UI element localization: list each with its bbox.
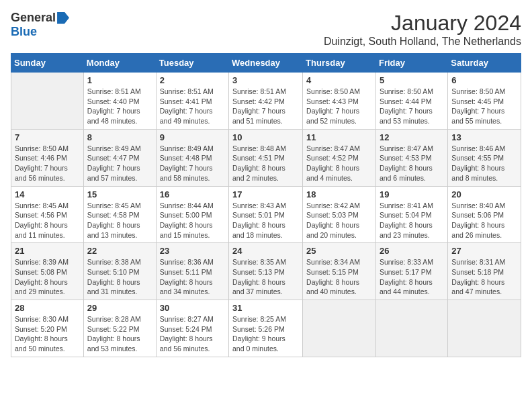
calendar-cell: 16Sunrise: 8:44 AMSunset: 5:00 PMDayligh…: [156, 186, 228, 243]
day-number: 30: [160, 303, 225, 313]
calendar-cell: 27Sunrise: 8:31 AMSunset: 5:18 PMDayligh…: [448, 243, 521, 300]
logo-blue: Blue: [11, 25, 37, 39]
day-number: 13: [451, 132, 517, 142]
day-number: 14: [15, 189, 80, 199]
day-number: 15: [87, 189, 152, 199]
calendar-cell: 20Sunrise: 8:40 AMSunset: 5:06 PMDayligh…: [448, 186, 521, 243]
week-row-5: 28Sunrise: 8:30 AMSunset: 5:20 PMDayligh…: [11, 300, 521, 357]
day-info: Sunrise: 8:49 AMSunset: 4:48 PMDaylight:…: [160, 144, 225, 183]
calendar-cell: 10Sunrise: 8:48 AMSunset: 4:51 PMDayligh…: [229, 129, 303, 186]
calendar-cell: 22Sunrise: 8:38 AMSunset: 5:10 PMDayligh…: [83, 243, 156, 300]
calendar-cell: 17Sunrise: 8:43 AMSunset: 5:01 PMDayligh…: [229, 186, 303, 243]
calendar-cell: 11Sunrise: 8:47 AMSunset: 4:52 PMDayligh…: [303, 129, 376, 186]
day-number: 20: [451, 189, 517, 199]
calendar-cell: 12Sunrise: 8:47 AMSunset: 4:53 PMDayligh…: [375, 129, 447, 186]
day-info: Sunrise: 8:49 AMSunset: 4:47 PMDaylight:…: [87, 144, 152, 183]
calendar-cell: [448, 300, 521, 357]
day-info: Sunrise: 8:40 AMSunset: 5:06 PMDaylight:…: [451, 201, 517, 240]
calendar-cell: 15Sunrise: 8:45 AMSunset: 4:58 PMDayligh…: [83, 186, 156, 243]
day-info: Sunrise: 8:43 AMSunset: 5:01 PMDaylight:…: [232, 201, 299, 240]
day-info: Sunrise: 8:47 AMSunset: 4:53 PMDaylight:…: [380, 144, 444, 183]
calendar-cell: 30Sunrise: 8:27 AMSunset: 5:24 PMDayligh…: [156, 300, 228, 357]
calendar-cell: 23Sunrise: 8:36 AMSunset: 5:11 PMDayligh…: [156, 243, 228, 300]
day-number: 27: [451, 246, 517, 256]
calendar-cell: 25Sunrise: 8:34 AMSunset: 5:15 PMDayligh…: [303, 243, 376, 300]
day-info: Sunrise: 8:48 AMSunset: 4:51 PMDaylight:…: [232, 144, 299, 183]
header: General Blue January 2024 Duinzigt, Sout…: [11, 11, 521, 48]
day-info: Sunrise: 8:44 AMSunset: 5:00 PMDaylight:…: [160, 201, 225, 240]
day-number: 21: [15, 246, 80, 256]
calendar-cell: 13Sunrise: 8:46 AMSunset: 4:55 PMDayligh…: [448, 129, 521, 186]
day-number: 23: [160, 246, 225, 256]
day-info: Sunrise: 8:39 AMSunset: 5:08 PMDaylight:…: [15, 257, 80, 297]
header-wednesday: Wednesday: [229, 54, 303, 73]
day-info: Sunrise: 8:33 AMSunset: 5:17 PMDaylight:…: [380, 257, 444, 297]
day-number: 25: [306, 246, 372, 256]
calendar-cell: 9Sunrise: 8:49 AMSunset: 4:48 PMDaylight…: [156, 129, 228, 186]
day-info: Sunrise: 8:51 AMSunset: 4:40 PMDaylight:…: [87, 87, 152, 126]
day-number: 12: [380, 132, 444, 142]
calendar-cell: 7Sunrise: 8:50 AMSunset: 4:46 PMDaylight…: [11, 129, 84, 186]
calendar-cell: [11, 73, 84, 130]
calendar-cell: 19Sunrise: 8:41 AMSunset: 5:04 PMDayligh…: [375, 186, 447, 243]
calendar-cell: 1Sunrise: 8:51 AMSunset: 4:40 PMDaylight…: [83, 73, 156, 130]
day-info: Sunrise: 8:34 AMSunset: 5:15 PMDaylight:…: [306, 257, 372, 297]
day-number: 3: [232, 75, 299, 85]
calendar-cell: 5Sunrise: 8:50 AMSunset: 4:44 PMDaylight…: [375, 73, 447, 130]
day-number: 10: [232, 132, 299, 142]
day-number: 9: [160, 132, 225, 142]
calendar-cell: 31Sunrise: 8:25 AMSunset: 5:26 PMDayligh…: [229, 300, 303, 357]
calendar-cell: 3Sunrise: 8:51 AMSunset: 4:42 PMDaylight…: [229, 73, 303, 130]
calendar-cell: 29Sunrise: 8:28 AMSunset: 5:22 PMDayligh…: [83, 300, 156, 357]
day-number: 29: [87, 303, 152, 313]
header-thursday: Thursday: [303, 54, 376, 73]
week-row-2: 7Sunrise: 8:50 AMSunset: 4:46 PMDaylight…: [11, 129, 521, 186]
day-info: Sunrise: 8:50 AMSunset: 4:45 PMDaylight:…: [451, 87, 517, 126]
calendar-cell: 4Sunrise: 8:50 AMSunset: 4:43 PMDaylight…: [303, 73, 376, 130]
calendar-title: January 2024: [324, 11, 521, 36]
day-number: 6: [451, 75, 517, 85]
day-info: Sunrise: 8:35 AMSunset: 5:13 PMDaylight:…: [232, 257, 299, 297]
day-number: 2: [160, 75, 225, 85]
title-section: January 2024 Duinzigt, South Holland, Th…: [324, 11, 521, 48]
logo-icon: [57, 12, 69, 24]
day-number: 16: [160, 189, 225, 199]
calendar-cell: [375, 300, 447, 357]
day-info: Sunrise: 8:51 AMSunset: 4:41 PMDaylight:…: [160, 87, 225, 126]
day-info: Sunrise: 8:51 AMSunset: 4:42 PMDaylight:…: [232, 87, 299, 126]
day-info: Sunrise: 8:38 AMSunset: 5:10 PMDaylight:…: [87, 257, 152, 297]
calendar-table: Sunday Monday Tuesday Wednesday Thursday…: [11, 53, 521, 357]
day-number: 19: [380, 189, 444, 199]
day-info: Sunrise: 8:25 AMSunset: 5:26 PMDaylight:…: [232, 314, 299, 354]
day-number: 8: [87, 132, 152, 142]
day-info: Sunrise: 8:31 AMSunset: 5:18 PMDaylight:…: [451, 257, 517, 297]
day-number: 22: [87, 246, 152, 256]
day-number: 28: [15, 303, 80, 313]
day-info: Sunrise: 8:30 AMSunset: 5:20 PMDaylight:…: [15, 314, 80, 354]
week-row-4: 21Sunrise: 8:39 AMSunset: 5:08 PMDayligh…: [11, 243, 521, 300]
calendar-cell: 8Sunrise: 8:49 AMSunset: 4:47 PMDaylight…: [83, 129, 156, 186]
header-sunday: Sunday: [11, 54, 84, 73]
day-number: 18: [306, 189, 372, 199]
day-number: 24: [232, 246, 299, 256]
calendar-cell: 28Sunrise: 8:30 AMSunset: 5:20 PMDayligh…: [11, 300, 84, 357]
day-number: 4: [306, 75, 372, 85]
day-info: Sunrise: 8:45 AMSunset: 4:58 PMDaylight:…: [87, 201, 152, 240]
calendar-cell: 18Sunrise: 8:42 AMSunset: 5:03 PMDayligh…: [303, 186, 376, 243]
day-number: 31: [232, 303, 299, 313]
logo: General Blue: [11, 11, 69, 39]
header-tuesday: Tuesday: [156, 54, 228, 73]
day-number: 1: [87, 75, 152, 85]
day-info: Sunrise: 8:45 AMSunset: 4:56 PMDaylight:…: [15, 201, 80, 240]
day-info: Sunrise: 8:50 AMSunset: 4:46 PMDaylight:…: [15, 144, 80, 183]
day-info: Sunrise: 8:50 AMSunset: 4:44 PMDaylight:…: [380, 87, 444, 126]
day-info: Sunrise: 8:46 AMSunset: 4:55 PMDaylight:…: [451, 144, 517, 183]
header-monday: Monday: [83, 54, 156, 73]
header-friday: Friday: [375, 54, 447, 73]
calendar-cell: 21Sunrise: 8:39 AMSunset: 5:08 PMDayligh…: [11, 243, 84, 300]
calendar-cell: 14Sunrise: 8:45 AMSunset: 4:56 PMDayligh…: [11, 186, 84, 243]
header-saturday: Saturday: [448, 54, 521, 73]
day-number: 7: [15, 132, 80, 142]
day-number: 26: [380, 246, 444, 256]
calendar-cell: 6Sunrise: 8:50 AMSunset: 4:45 PMDaylight…: [448, 73, 521, 130]
